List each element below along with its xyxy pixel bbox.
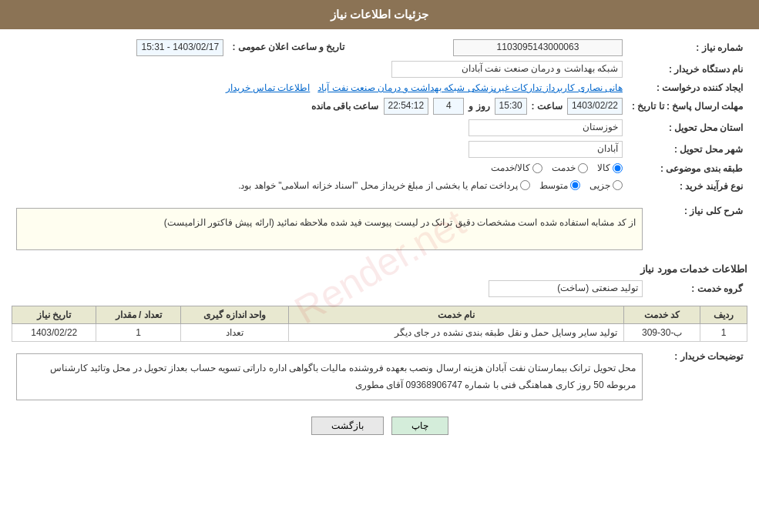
category-radio-group: کالا خدمت کالا/خدمت — [491, 162, 623, 173]
service-group-row: گروه خدمت : تولید صنعتی (ساخت) — [12, 278, 747, 299]
request-number-label: شماره نیاز : — [627, 37, 747, 59]
process-option-motavasset[interactable]: متوسط — [539, 180, 580, 191]
city-label: شهر محل تحویل : — [627, 139, 747, 160]
category-radio-kala-khedmat[interactable] — [532, 163, 542, 173]
service-group-table: گروه خدمت : تولید صنعتی (ساخت) — [12, 278, 747, 299]
process-label-jozii: جزیی — [589, 180, 610, 191]
process-radio-motavasset[interactable] — [570, 180, 580, 190]
datetime-announce-label: تاریخ و ساعت اعلان عمومی : — [233, 42, 345, 52]
buyer-notes-row: توضیحات خریدار : محل تحویل ترانک بیمارست… — [12, 346, 747, 407]
print-button[interactable]: چاپ — [391, 417, 448, 435]
response-remaining-label: ساعت باقی مانده — [311, 101, 379, 112]
city-row: شهر محل تحویل : آبادان — [12, 139, 747, 160]
page-title: جزئیات اطلاعات نیاز — [331, 8, 428, 21]
process-label-esnad: پرداخت تمام یا بخشی از مبلغ خریداز محل "… — [238, 180, 518, 191]
province-row: استان محل تحویل : خوزستان — [12, 117, 747, 139]
col-header-row-num: ردیف — [700, 306, 747, 324]
process-radio-esnad[interactable] — [520, 180, 530, 190]
process-radio-group: جزیی متوسط پرداخت تمام یا بخشی از مبلغ خ… — [238, 180, 623, 191]
province-value: خوزستان — [468, 119, 623, 136]
services-table-body: 1 ب-30-309 تولید سایر وسایل حمل و نقل طب… — [12, 324, 747, 342]
category-option-khedmat[interactable]: خدمت — [552, 162, 588, 173]
creator-contact-link[interactable]: اطلاعات تماس خریدار — [226, 82, 311, 93]
buyer-notes-table: توضیحات خریدار : محل تحویل ترانک بیمارست… — [12, 346, 747, 407]
services-header-row: ردیف کد خدمت نام خدمت واحد اندازه گیری ت… — [12, 306, 747, 324]
cell-service-code: ب-30-309 — [624, 324, 700, 342]
description-row: شرح کلی نیاز : از کد مشابه استفاده شده ا… — [12, 201, 747, 257]
services-table-header: ردیف کد خدمت نام خدمت واحد اندازه گیری ت… — [12, 306, 747, 324]
buyer-notes-label: توضیحات خریدار : — [647, 346, 747, 407]
col-header-date: تاریخ نیاز — [12, 306, 96, 324]
response-deadline-label: مهلت ارسال پاسخ : تا تاریخ : — [627, 95, 747, 117]
creator-label: ایجاد کننده درخواست : — [627, 80, 747, 95]
category-radio-khedmat[interactable] — [578, 163, 588, 173]
buyer-org-label: نام دستگاه خریدار : — [627, 59, 747, 80]
buyer-notes-text: محل تحویل ترانک بیمارستان نفت آبادان هزی… — [16, 353, 643, 400]
datetime-announce-value: 1403/02/17 - 15:31 — [136, 39, 223, 56]
response-date: 1403/02/22 — [567, 98, 623, 115]
page-container: Render.net جزئیات اطلاعات نیاز شماره نیا… — [0, 0, 759, 532]
response-days: 4 — [433, 98, 464, 115]
category-option-kala-khedmat[interactable]: کالا/خدمت — [491, 162, 542, 173]
service-group-label: گروه خدمت : — [647, 278, 747, 299]
response-deadline-row: مهلت ارسال پاسخ : تا تاریخ : 1403/02/22 … — [12, 95, 747, 117]
back-button[interactable]: بازگشت — [311, 417, 384, 435]
response-day-label: روز و — [468, 101, 489, 112]
page-header: جزئیات اطلاعات نیاز — [0, 0, 759, 29]
main-form-table: شماره نیاز : 1103095143000063 تاریخ و سا… — [12, 37, 747, 195]
response-time: 15:30 — [495, 98, 527, 115]
province-label: استان محل تحویل : — [627, 117, 747, 139]
cell-service-name: تولید سایر وسایل حمل و نقل طبقه بندی نشد… — [288, 324, 623, 342]
process-radio-jozii[interactable] — [613, 180, 623, 190]
services-table: ردیف کد خدمت نام خدمت واحد اندازه گیری ت… — [12, 306, 747, 342]
table-row: 1 ب-30-309 تولید سایر وسایل حمل و نقل طب… — [12, 324, 747, 342]
category-label: طبقه بندی موضوعی : — [627, 160, 747, 178]
col-header-service-name: نام خدمت — [288, 306, 623, 324]
process-option-esnad[interactable]: پرداخت تمام یا بخشی از مبلغ خریداز محل "… — [238, 180, 530, 191]
city-value: آبادان — [468, 141, 623, 158]
cell-row-num: 1 — [700, 324, 747, 342]
process-row: نوع فرآیند خرید : جزیی متوسط — [12, 178, 747, 196]
category-radio-kala[interactable] — [613, 163, 623, 173]
cell-date: 1403/02/22 — [12, 324, 96, 342]
col-header-quantity: تعداد / مقدار — [96, 306, 180, 324]
process-option-jozii[interactable]: جزیی — [589, 180, 623, 191]
category-option-kala[interactable]: کالا — [597, 162, 623, 173]
request-number-value: 1103095143000063 — [453, 39, 623, 56]
description-text: از کد مشابه استفاده شده است مشخصات دقیق … — [16, 208, 643, 250]
cell-quantity: 1 — [96, 324, 180, 342]
category-label-khedmat: خدمت — [552, 162, 576, 173]
response-time-label: ساعت : — [532, 101, 563, 112]
buttons-row: چاپ بازگشت — [12, 417, 747, 435]
cell-unit: تعداد — [180, 324, 288, 342]
category-label-kala: کالا — [597, 162, 610, 173]
creator-link[interactable]: هانی نصاری کاربرداز تدارکات غیرپزشکی شبک… — [317, 82, 623, 93]
deadline-datetime-row: 1403/02/22 ساعت : 15:30 روز و 4 22:54:12… — [16, 98, 623, 115]
response-remaining: 22:54:12 — [384, 98, 429, 115]
category-label-kala-khedmat: کالا/خدمت — [491, 162, 530, 173]
buyer-org-row: نام دستگاه خریدار : شبکه بهداشت و درمان … — [12, 59, 747, 80]
content-area: شماره نیاز : 1103095143000063 تاریخ و سا… — [0, 29, 759, 449]
process-label: نوع فرآیند خرید : — [627, 178, 747, 196]
description-label: شرح کلی نیاز : — [647, 201, 747, 257]
process-label-motavasset: متوسط — [539, 180, 568, 191]
category-row: طبقه بندی موضوعی : کالا خدمت — [12, 160, 747, 178]
creator-row: ایجاد کننده درخواست : هانی نصاری کاربردا… — [12, 80, 747, 95]
service-group-value: تولید صنعتی (ساخت) — [489, 280, 643, 297]
buyer-org-value: شبکه بهداشت و درمان صنعت نفت آبادان — [391, 61, 623, 78]
request-number-row: شماره نیاز : 1103095143000063 تاریخ و سا… — [12, 37, 747, 59]
description-table: شرح کلی نیاز : از کد مشابه استفاده شده ا… — [12, 201, 747, 257]
col-header-unit: واحد اندازه گیری — [180, 306, 288, 324]
services-section-title: اطلاعات خدمات مورد نیاز — [12, 263, 747, 275]
col-header-service-code: کد خدمت — [624, 306, 700, 324]
